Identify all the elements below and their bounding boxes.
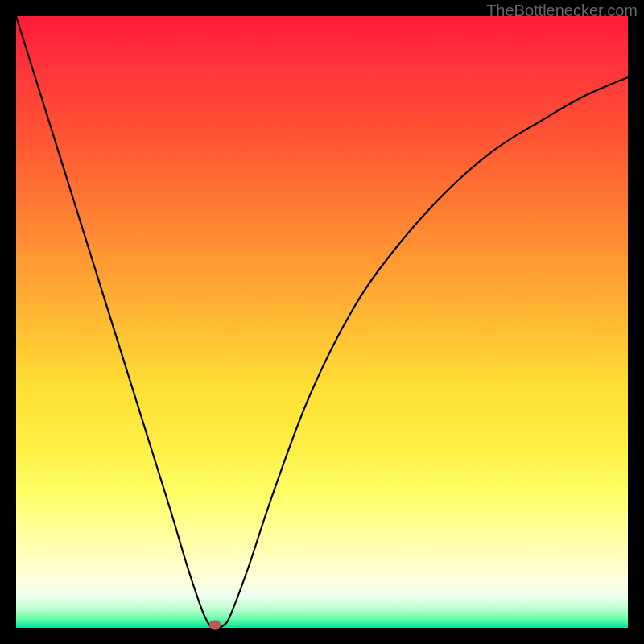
watermark-text: TheBottlenecker.com [486, 2, 638, 20]
bottleneck-curve-path [16, 16, 628, 628]
optimal-point-marker [209, 621, 221, 630]
chart-curve-svg [16, 16, 628, 628]
chart-plot-area [16, 16, 628, 628]
